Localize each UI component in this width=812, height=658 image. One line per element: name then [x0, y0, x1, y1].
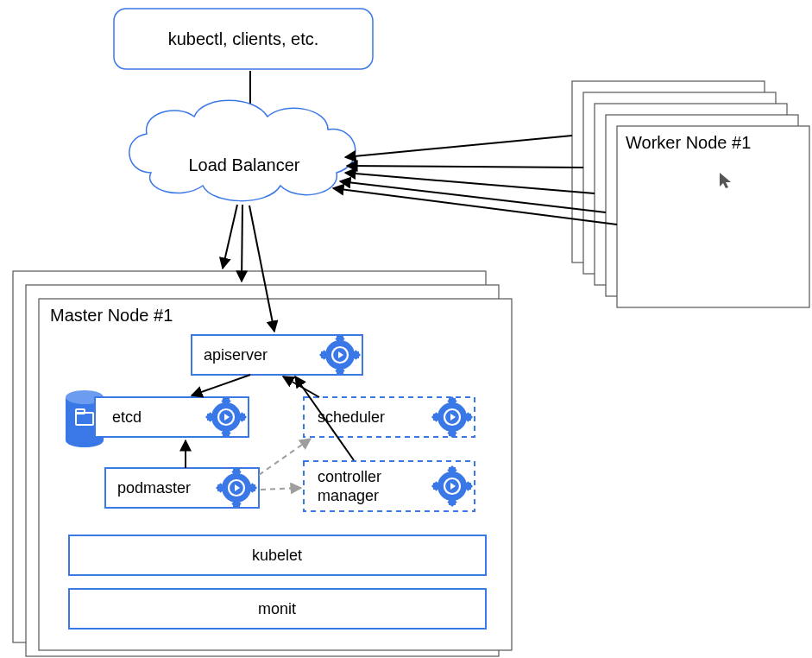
client-box-label: kubectl, clients, etc. [168, 29, 319, 48]
svg-line-25 [242, 205, 242, 282]
podmaster-box: podmaster [105, 467, 259, 509]
svg-line-19 [340, 181, 606, 212]
svg-line-17 [347, 166, 583, 168]
load-balancer-cloud: Load Balancer [129, 100, 356, 200]
svg-rect-15 [617, 126, 809, 307]
client-box: kubectl, clients, etc. [114, 9, 373, 69]
worker-node-title: Worker Node #1 [626, 133, 751, 152]
kubelet-label: kubelet [252, 547, 302, 564]
controller-manager-label-1: controller [318, 468, 381, 485]
architecture-diagram: kubectl, clients, etc. Load Balancer Wor… [0, 0, 812, 658]
master-node-title: Master Node #1 [50, 306, 173, 325]
load-balancer-label: Load Balancer [189, 155, 300, 174]
apiserver-label: apiserver [204, 346, 268, 364]
apiserver-box: apiserver [192, 334, 362, 376]
etcd-label: etcd [112, 408, 142, 426]
worker-node-stack: Worker Node #1 [572, 81, 809, 307]
svg-line-24 [223, 205, 237, 269]
monit-box: monit [69, 589, 486, 629]
controller-manager-label-2: manager [318, 487, 379, 504]
controller-manager-box: controller manager [304, 461, 475, 511]
svg-line-16 [345, 136, 572, 157]
etcd-box: etcd [95, 396, 249, 438]
podmaster-label: podmaster [117, 479, 191, 497]
scheduler-box: scheduler [304, 396, 475, 438]
svg-line-18 [345, 173, 595, 193]
monit-label: monit [258, 600, 296, 617]
kubelet-box: kubelet [69, 535, 486, 575]
